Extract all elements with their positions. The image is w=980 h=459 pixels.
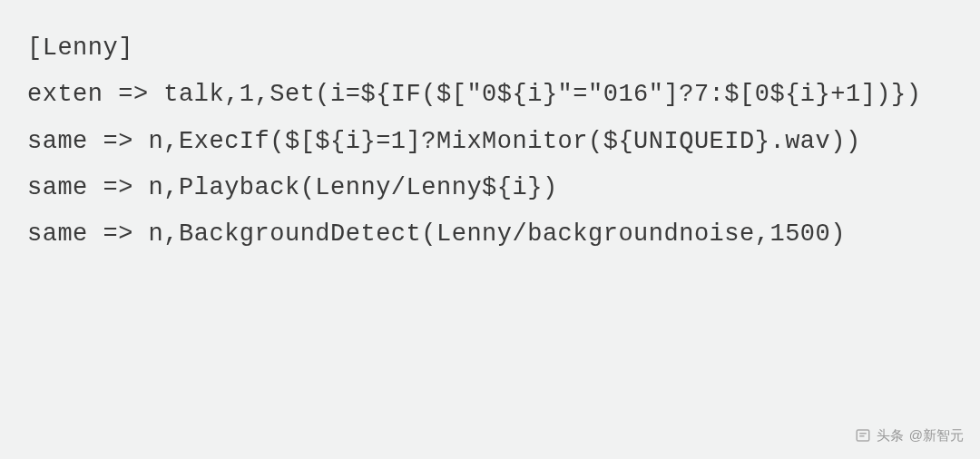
code-line: same => n,ExecIf($[${i}=1]?MixMonitor(${… — [27, 119, 953, 165]
watermark-account: @新智元 — [909, 423, 964, 449]
toutiao-icon — [855, 427, 871, 444]
code-line: exten => talk,1,Set(i=${IF($["0${i}"="01… — [27, 72, 953, 118]
watermark: 头条 @新智元 — [855, 423, 964, 449]
code-line: same => n,Playback(Lenny/Lenny${i}) — [27, 165, 953, 211]
code-line: same => n,BackgroundDetect(Lenny/backgro… — [27, 211, 953, 258]
code-line: [Lenny] — [27, 25, 953, 72]
code-block: [Lenny] exten => talk,1,Set(i=${IF($["0$… — [27, 25, 953, 258]
watermark-prefix: 头条 — [877, 423, 904, 449]
